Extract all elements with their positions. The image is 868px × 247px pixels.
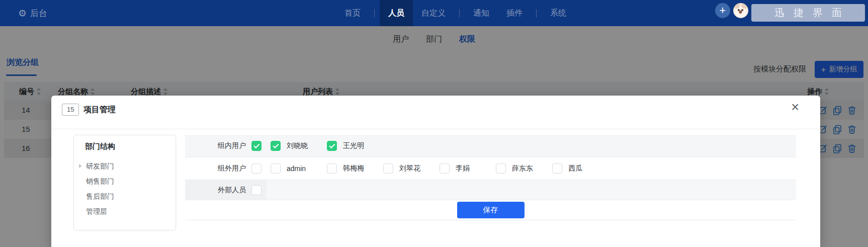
member-item: 刘翠花: [383, 163, 440, 174]
nav-item-personnel[interactable]: 人员: [380, 0, 413, 26]
group-label: 组内用户: [218, 141, 246, 150]
select-all-checkbox[interactable]: [251, 185, 262, 195]
nav-separator: [536, 9, 537, 18]
member-checkbox[interactable]: [552, 163, 562, 174]
modal-title: 项目管理: [83, 104, 116, 116]
tree-item-sales-department[interactable]: 销售部门: [74, 174, 176, 189]
brand[interactable]: ⚙ 后台: [18, 0, 47, 26]
member-name: 薛东东: [512, 164, 533, 173]
member-item: 西瓜: [552, 163, 609, 174]
member-name: 韩梅梅: [343, 164, 364, 173]
user-groups-table: 组内用户 刘晓晓 王光明 组外用户: [185, 135, 796, 220]
member-item: 王光明: [327, 141, 383, 151]
member-name: 刘翠花: [399, 164, 420, 173]
modal-header-divider: [51, 129, 820, 129]
top-navigation: 首页 人员 自定义 通知 插件 系统: [336, 0, 575, 26]
member-item: 韩梅梅: [327, 163, 383, 174]
group-row-out-group-users: 组外用户 admin 韩梅梅 刘翠花: [185, 157, 796, 180]
select-all-checkbox[interactable]: [251, 141, 262, 151]
group-label-cell: 组内用户: [185, 135, 267, 157]
member-checkbox[interactable]: [383, 163, 393, 174]
department-panel-title: 部门结构: [85, 142, 115, 151]
plus-icon: +: [720, 5, 726, 16]
nav-item-home[interactable]: 首页: [336, 0, 369, 26]
topbar: ⚙ 后台 首页 人员 自定义 通知 插件 系统 + 迅捷界面: [0, 0, 868, 26]
brand-label: 后台: [30, 8, 47, 19]
member-checkbox[interactable]: [327, 163, 337, 174]
member-name: 西瓜: [568, 164, 582, 173]
member-item: 刘晓晓: [271, 141, 327, 151]
chevron-right-icon[interactable]: [79, 164, 82, 168]
select-all-checkbox[interactable]: [251, 163, 262, 174]
member-checkbox[interactable]: [271, 163, 281, 174]
group-label-cell: 外部人员: [185, 180, 267, 200]
member-item: 李娟: [440, 163, 496, 174]
department-structure-panel: 部门结构 研发部门 销售部门 售后部门 管理层: [73, 135, 176, 230]
workspace-button[interactable]: 迅捷界面: [751, 4, 865, 22]
nav-separator: [459, 9, 460, 18]
close-icon[interactable]: ×: [791, 101, 799, 114]
group-row-in-group-users: 组内用户 刘晓晓 王光明: [185, 135, 796, 157]
member-name: admin: [287, 164, 306, 173]
gear-icon: ⚙: [18, 9, 27, 18]
add-button[interactable]: +: [715, 3, 730, 18]
group-label: 外部人员: [218, 186, 246, 195]
member-list: admin 韩梅梅 刘翠花 李娟: [271, 163, 609, 174]
member-name: 王光明: [343, 141, 364, 150]
member-name: 李娟: [456, 164, 470, 173]
member-checkbox[interactable]: [327, 141, 337, 151]
save-button[interactable]: 保存: [457, 202, 525, 218]
tree-item-management[interactable]: 管理层: [74, 204, 176, 219]
avatar[interactable]: [733, 3, 748, 18]
group-id-badge: 15: [62, 104, 79, 116]
nav-item-notification[interactable]: 通知: [465, 0, 498, 26]
nav-item-plugin[interactable]: 插件: [498, 0, 531, 26]
member-checkbox[interactable]: [496, 163, 506, 174]
nav-separator: [374, 9, 375, 18]
group-row-external-users: 外部人员: [185, 180, 796, 200]
nav-item-system[interactable]: 系统: [542, 0, 575, 26]
member-name: 刘晓晓: [287, 141, 308, 150]
nav-item-custom[interactable]: 自定义: [413, 0, 454, 26]
member-checkbox[interactable]: [271, 141, 281, 151]
save-row: 保存: [185, 200, 796, 220]
tree-item-rd-department[interactable]: 研发部门: [74, 158, 176, 174]
member-item: admin: [271, 163, 327, 174]
project-management-modal: 15 项目管理 × 部门结构 研发部门 销售部门 售后部门 管理层: [51, 96, 820, 247]
group-label-cell: 组外用户: [185, 157, 267, 180]
workspace-button-label: 迅捷界面: [774, 6, 851, 20]
member-checkbox[interactable]: [440, 163, 450, 174]
member-list: 刘晓晓 王光明: [271, 141, 383, 151]
screen: ⚙ 后台 首页 人员 自定义 通知 插件 系统 + 迅捷界面 用户 部门 权限 …: [0, 0, 868, 247]
group-label: 组外用户: [218, 164, 246, 173]
member-item: 薛东东: [496, 163, 552, 174]
tree-item-aftersales-department[interactable]: 售后部门: [74, 189, 176, 204]
